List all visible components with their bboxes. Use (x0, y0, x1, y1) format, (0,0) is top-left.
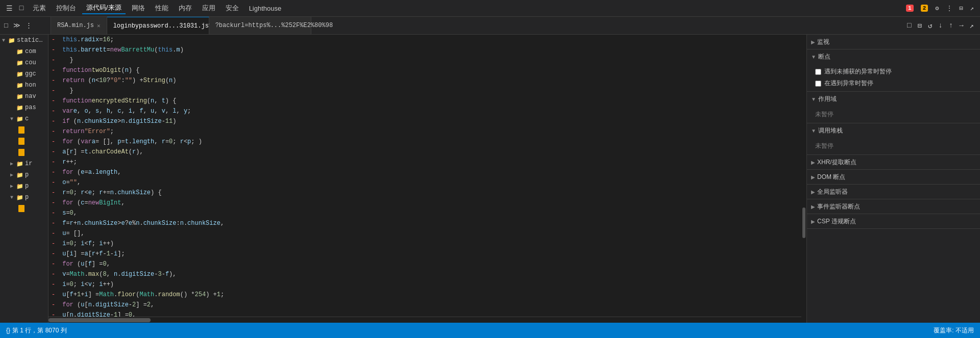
dock-icon[interactable]: ⊟ (958, 4, 965, 13)
event-listeners-label: 事件监听器断点 (817, 202, 860, 211)
caught-exception-breakpoint-item[interactable]: 在遇到异常时暂停 (815, 77, 972, 89)
sidebar-item-cou[interactable]: 📁 cou (0, 57, 48, 68)
sidebar-item-file-4[interactable] (0, 203, 48, 214)
code-line: s = 0, (62, 208, 797, 218)
code-scroll-container[interactable]: - - - - - - - - - - - - - - - - - (48, 35, 801, 317)
watch-section-header[interactable]: ▶ 监视 (807, 35, 980, 49)
sidebar-label: static.. (17, 37, 46, 44)
tab-loginbypassword[interactable]: loginbypassword...31031.js?v=006 ✕ (107, 17, 209, 34)
tabs-container: RSA.min.js ✕ loginbypassword...31031.js?… (51, 17, 901, 34)
csp-section-header[interactable]: ▶ CSP 违规断点 (807, 214, 980, 228)
menu-console[interactable]: 控制台 (52, 3, 80, 14)
menu-network[interactable]: 网络 (128, 3, 149, 14)
split-layout-icon[interactable]: ⊟ (915, 20, 923, 31)
menu-security[interactable]: 安全 (222, 3, 243, 14)
global-listeners-label: 全局监听器 (817, 188, 848, 196)
menu-application[interactable]: 应用 (198, 3, 219, 14)
sidebar-item-com[interactable]: 📁 com (0, 46, 48, 57)
sidebar-label: hon (25, 82, 36, 89)
sidebar-label: p (25, 194, 29, 201)
scope-section-header[interactable]: ▼ 作用域 (807, 92, 980, 106)
tab-bar-page-icon[interactable]: □ (2, 21, 10, 31)
tab-rsa-close[interactable]: ✕ (97, 22, 101, 29)
scrollbar-track[interactable] (48, 318, 801, 322)
code-line: } (62, 55, 797, 65)
tab-bar-more-icon[interactable]: ≫ (11, 20, 22, 31)
diff-markers: - - - - - - - - - - - - - - - - - (48, 35, 58, 317)
event-listeners-header[interactable]: ▶ 事件监听器断点 (807, 199, 980, 214)
global-listeners-header[interactable]: ▶ 全局监听器 (807, 185, 980, 199)
diff-marker: - (52, 249, 55, 259)
diff-marker: - (52, 86, 55, 96)
sidebar-item-ir[interactable]: ▶ 📁 ir (0, 158, 48, 169)
scrollbar-thumb-vertical[interactable] (802, 207, 805, 238)
code-line: u = [], (62, 228, 797, 239)
refresh-icon[interactable]: ↺ (926, 20, 934, 31)
error-badge: 1 (906, 5, 914, 12)
tab-bar-right-controls: □ ⊟ ↺ ↓ ↑ → ↗ (901, 20, 980, 31)
tab-rsa[interactable]: RSA.min.js ✕ (51, 17, 107, 34)
vertical-scrollbar[interactable] (801, 35, 806, 323)
dom-label: DOM 断点 (817, 173, 845, 181)
menu-window-icon[interactable]: □ (16, 3, 27, 13)
sidebar-item-hon[interactable]: 📁 hon (0, 80, 48, 91)
sidebar-item-file-1[interactable] (0, 124, 48, 136)
sidebar-item-c-expanded[interactable]: ▼ 📁 c (0, 113, 48, 124)
xhr-section-header[interactable]: ▶ XHR/提取断点 (807, 155, 980, 169)
menu-elements[interactable]: 元素 (29, 3, 50, 14)
sidebar-item-static[interactable]: ▼ 📁 static.. (0, 35, 48, 46)
horizontal-scrollbar[interactable] (48, 317, 801, 323)
settings-icon[interactable]: ⚙ (933, 4, 941, 13)
menu-sources[interactable]: 源代码/来源 (82, 2, 126, 14)
split-editor-icon[interactable]: □ (905, 20, 913, 31)
diff-marker: - (52, 167, 55, 177)
sidebar-item-ggc[interactable]: 📁 ggc (0, 68, 48, 80)
sidebar-item-nav[interactable]: 📁 nav (0, 91, 48, 102)
code-line: for (u[n.digitSize - 2] = 2, (62, 300, 797, 310)
menu-hamburger-icon[interactable]: ☰ (4, 3, 14, 13)
sidebar-item-file-2[interactable] (0, 136, 48, 147)
callstack-section-header[interactable]: ▼ 调用堆栈 (807, 123, 980, 138)
breakpoints-body: 遇到未捕获的异常时暂停 在遇到异常时暂停 (807, 64, 980, 91)
folder-icon: 📁 (16, 194, 23, 201)
sidebar-item-p1[interactable]: ▶ 📁 p (0, 169, 48, 180)
status-cursor-position[interactable]: {} 第 1 行，第 8070 列 (4, 326, 69, 335)
dom-section-header[interactable]: ▶ DOM 断点 (807, 170, 980, 184)
breakpoints-section-header[interactable]: ▼ 断点 (807, 49, 980, 64)
diff-marker: - (52, 75, 55, 86)
sidebar-item-p2[interactable]: ▶ 📁 p (0, 180, 48, 192)
xhr-label: XHR/提取断点 (817, 158, 856, 167)
folder-icon: 📁 (16, 71, 23, 77)
sidebar-item-file-3[interactable] (0, 147, 48, 158)
global-arrow-icon: ▶ (811, 189, 815, 195)
inspect-icon[interactable]: ↗ (968, 4, 976, 13)
tab-backurl[interactable]: ?backurl=https%...%252F%E2%80%98 (209, 17, 311, 34)
xhr-arrow-icon: ▶ (811, 160, 815, 165)
error-badge-container[interactable]: 1 (904, 4, 916, 13)
navigate-down-icon[interactable]: ↓ (936, 20, 944, 31)
menu-memory[interactable]: 内存 (175, 3, 196, 14)
sidebar-item-pas[interactable]: 📁 pas (0, 102, 48, 113)
breakpoints-section: ▼ 断点 遇到未捕获的异常时暂停 在遇到异常时暂停 (807, 49, 980, 92)
exception-breakpoint-item[interactable]: 遇到未捕获的异常时暂停 (815, 66, 972, 77)
status-coverage[interactable]: 覆盖率: 不适用 (932, 326, 976, 335)
scrollbar-thumb[interactable] (48, 318, 151, 322)
tab-bar-menu-icon[interactable]: ⋮ (23, 20, 34, 31)
diff-marker: - (52, 35, 55, 45)
more-options-icon[interactable]: ⋮ (944, 4, 954, 13)
menu-performance[interactable]: 性能 (151, 3, 173, 14)
open-in-new-icon[interactable]: ↗ (968, 20, 976, 31)
diff-marker: - (52, 45, 55, 55)
caught-exception-breakpoint-checkbox[interactable] (815, 81, 821, 87)
code-content[interactable]: this.radix = 16; this.barrett = new Barr… (58, 35, 801, 317)
warning-badge-container[interactable]: 2 (919, 4, 930, 13)
navigate-next-icon[interactable]: → (957, 20, 965, 31)
sidebar-item-p3-expanded[interactable]: ▼ 📁 p (0, 192, 48, 203)
watch-label: 监视 (817, 38, 829, 46)
csp-arrow-icon: ▶ (811, 219, 815, 224)
diff-marker: - (52, 310, 55, 317)
navigate-up-icon[interactable]: ↑ (947, 20, 955, 31)
folder-icon: 📁 (16, 48, 23, 55)
menu-lighthouse[interactable]: Lighthouse (245, 4, 286, 13)
exception-breakpoint-checkbox[interactable] (815, 69, 821, 75)
